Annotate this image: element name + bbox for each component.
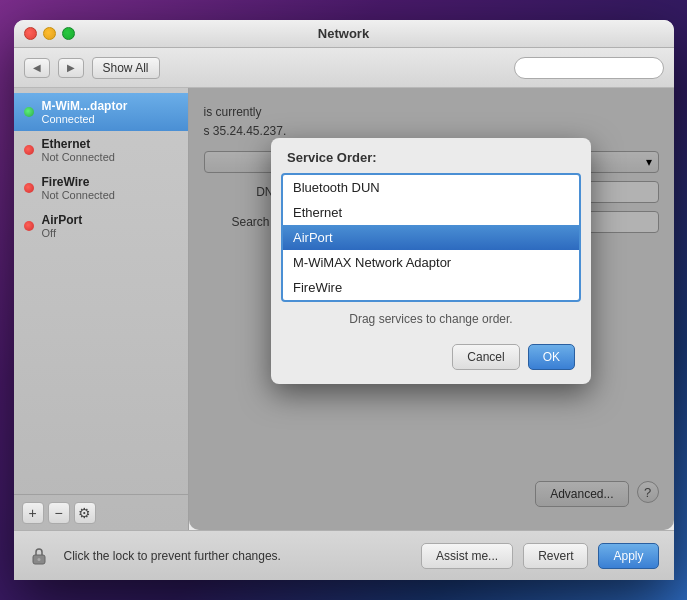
close-button[interactable] xyxy=(24,27,37,40)
back-button[interactable]: ◀ xyxy=(24,58,50,78)
toolbar: ◀ ▶ Show All xyxy=(14,48,674,88)
sidebar-item-name: M-WiM...daptor xyxy=(42,99,128,113)
sidebar-item-m-wimax[interactable]: M-WiM...daptor Connected xyxy=(14,93,188,131)
content-area: M-WiM...daptor Connected Ethernet Not Co… xyxy=(14,88,674,530)
network-action-button[interactable]: ⚙ xyxy=(74,502,96,524)
sidebar-item-status: Not Connected xyxy=(42,189,115,201)
service-order-modal: Service Order: Bluetooth DUN Ethernet Ai… xyxy=(271,138,591,384)
list-item-ethernet[interactable]: Ethernet xyxy=(283,200,579,225)
service-order-list: Bluetooth DUN Ethernet AirPort M-WiMAX N… xyxy=(281,173,581,302)
sidebar-bottom: + − ⚙ xyxy=(14,494,188,530)
modal-hint: Drag services to change order. xyxy=(271,302,591,336)
sidebar: M-WiM...daptor Connected Ethernet Not Co… xyxy=(14,88,189,530)
status-dot-red xyxy=(24,145,34,155)
sidebar-item-status: Not Connected xyxy=(42,151,115,163)
main-panel: is currently s 35.24.45.237. ▾ DNS Serve… xyxy=(189,88,674,530)
list-item-airport[interactable]: AirPort xyxy=(283,225,579,250)
remove-network-button[interactable]: − xyxy=(48,502,70,524)
sidebar-item-status: Off xyxy=(42,227,83,239)
list-item-firewire[interactable]: FireWire xyxy=(283,275,579,300)
status-dot-green xyxy=(24,107,34,117)
sidebar-item-firewire[interactable]: FireWire Not Connected xyxy=(14,169,188,207)
sidebar-item-airport[interactable]: AirPort Off xyxy=(14,207,188,245)
assist-me-button[interactable]: Assist me... xyxy=(421,543,513,569)
sidebar-item-name: FireWire xyxy=(42,175,115,189)
status-dot-red xyxy=(24,183,34,193)
bottom-bar: Click the lock to prevent further change… xyxy=(14,530,674,580)
sidebar-item-name: Ethernet xyxy=(42,137,115,151)
modal-title: Service Order: xyxy=(271,138,591,173)
revert-button[interactable]: Revert xyxy=(523,543,588,569)
sidebar-item-ethernet[interactable]: Ethernet Not Connected xyxy=(14,131,188,169)
search-input[interactable] xyxy=(514,57,664,79)
title-bar: Network xyxy=(14,20,674,48)
modal-overlay: Service Order: Bluetooth DUN Ethernet Ai… xyxy=(189,88,674,530)
sidebar-list: M-WiM...daptor Connected Ethernet Not Co… xyxy=(14,88,188,494)
modal-buttons: Cancel OK xyxy=(271,336,591,384)
ok-button[interactable]: OK xyxy=(528,344,575,370)
lock-hint-text: Click the lock to prevent further change… xyxy=(64,549,412,563)
show-all-button[interactable]: Show All xyxy=(92,57,160,79)
status-dot-red xyxy=(24,221,34,231)
lock-icon[interactable] xyxy=(29,546,49,566)
zoom-button[interactable] xyxy=(62,27,75,40)
svg-point-1 xyxy=(37,558,40,561)
list-item-bluetooth-dun[interactable]: Bluetooth DUN xyxy=(283,175,579,200)
add-network-button[interactable]: + xyxy=(22,502,44,524)
apply-button[interactable]: Apply xyxy=(598,543,658,569)
forward-button[interactable]: ▶ xyxy=(58,58,84,78)
minimize-button[interactable] xyxy=(43,27,56,40)
list-item-m-wimax[interactable]: M-WiMAX Network Adaptor xyxy=(283,250,579,275)
traffic-lights xyxy=(24,27,75,40)
cancel-button[interactable]: Cancel xyxy=(452,344,519,370)
sidebar-item-name: AirPort xyxy=(42,213,83,227)
network-window: Network ◀ ▶ Show All M-WiM...daptor Conn… xyxy=(14,20,674,580)
window-title: Network xyxy=(318,26,369,41)
sidebar-item-status: Connected xyxy=(42,113,128,125)
